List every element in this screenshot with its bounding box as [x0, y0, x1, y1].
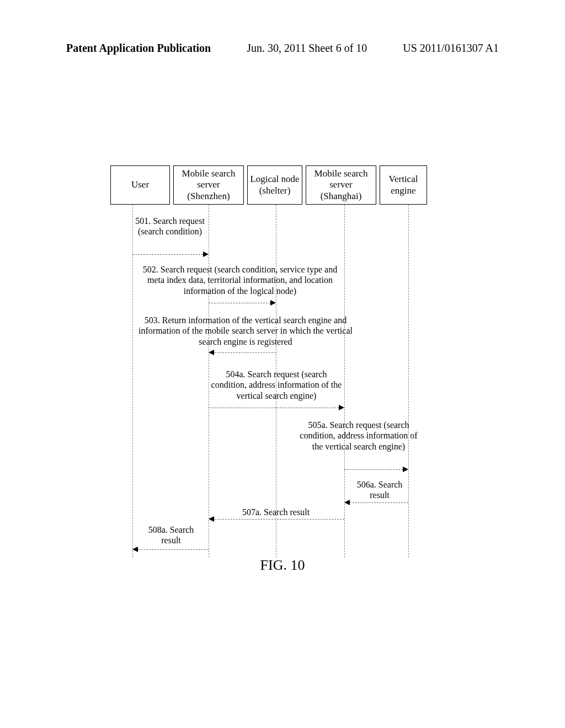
arrow-head-503 [209, 350, 214, 355]
arrow-head-502 [270, 300, 276, 306]
header-patent-number: US 2011/0161307 A1 [403, 42, 499, 55]
message-508a-label: 508a. Search result [138, 524, 204, 545]
page-header: Patent Application Publication Jun. 30, … [0, 42, 565, 55]
sequence-diagram: User Mobile search server (Shenzhen) Log… [110, 165, 441, 558]
message-501-label: 501. Search request (search condition) [134, 216, 206, 237]
arrow-507a [214, 519, 344, 520]
arrow-head-506a [344, 500, 350, 505]
actor-mobile-server-shanghai: Mobile search server (Shanghai) [306, 165, 376, 205]
arrow-502 [209, 303, 270, 303]
message-502-label: 502. Search request (search condition, s… [138, 264, 342, 296]
message-507a-label: 507a. Search result [221, 507, 331, 517]
actor-vertical-engine: Vertical engine [380, 165, 427, 205]
arrow-head-501 [203, 251, 209, 257]
arrow-503 [214, 352, 276, 353]
arrow-501 [132, 254, 203, 255]
arrow-506a [350, 502, 408, 503]
arrow-508a [138, 549, 209, 550]
lifeline-vertical-engine [408, 205, 409, 558]
message-503-label: 503. Return information of the vertical … [138, 315, 353, 347]
header-publication: Patent Application Publication [66, 42, 211, 55]
arrow-head-505a [403, 467, 408, 472]
actor-logical-node: Logical node (shelter) [247, 165, 302, 205]
lifeline-user [132, 205, 133, 558]
message-506a-label: 506a. Search result [349, 479, 411, 500]
arrow-head-508a [132, 547, 138, 552]
message-505a-label: 505a. Search request (search condition, … [298, 420, 419, 452]
actor-user: User [110, 165, 170, 205]
message-504a-label: 504a. Search request (search condition, … [209, 369, 344, 401]
actor-row: User Mobile search server (Shenzhen) Log… [110, 165, 441, 205]
arrow-head-504a [339, 405, 344, 410]
figure-caption: FIG. 10 [0, 557, 565, 574]
header-date-sheet: Jun. 30, 2011 Sheet 6 of 10 [247, 42, 367, 55]
lifelines-container: 501. Search request (search condition) 5… [110, 205, 441, 558]
arrow-504a [209, 408, 339, 408]
arrow-head-507a [209, 516, 214, 522]
arrow-505a [344, 469, 403, 470]
actor-mobile-server-shenzhen: Mobile search server (Shenzhen) [173, 165, 244, 205]
